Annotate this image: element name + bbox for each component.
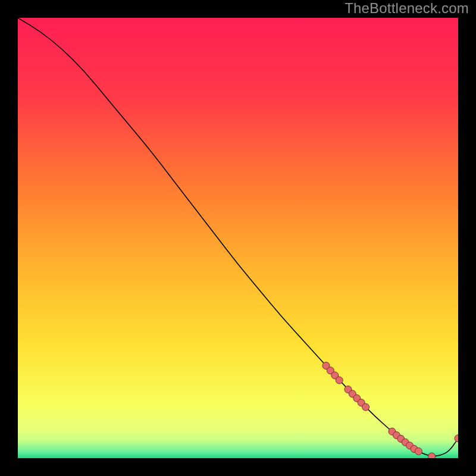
data-marker xyxy=(415,448,422,455)
watermark-text: TheBottleneck.com xyxy=(345,0,469,17)
plot-area xyxy=(18,18,458,458)
gradient-background xyxy=(18,18,458,458)
chart-frame: TheBottleneck.com xyxy=(0,0,476,476)
chart-svg xyxy=(18,18,458,458)
data-marker xyxy=(336,377,343,384)
data-marker xyxy=(362,403,369,411)
data-marker xyxy=(428,453,436,458)
